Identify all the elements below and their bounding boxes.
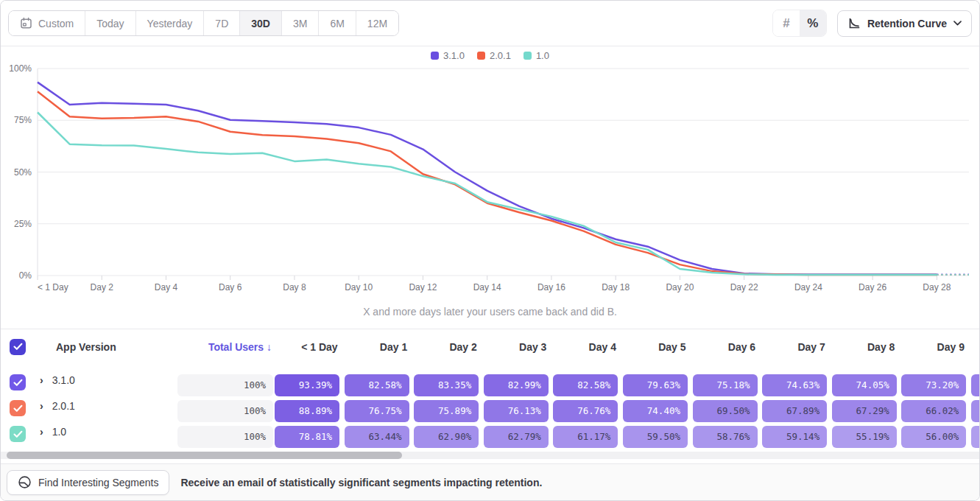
- retention-cell[interactable]: 66.02%: [901, 400, 966, 422]
- day-column-header: < 1 Day: [275, 341, 345, 353]
- horizontal-scrollbar-track[interactable]: [1, 452, 979, 459]
- retention-cell[interactable]: 71.50%: [971, 374, 980, 396]
- retention-cell-wrap: 75.18%: [693, 374, 763, 396]
- retention-cell[interactable]: 83.35%: [414, 374, 479, 396]
- range-yesterday-button[interactable]: Yesterday: [135, 11, 204, 35]
- retention-cell[interactable]: 88.89%: [275, 400, 339, 422]
- retention-cell[interactable]: 63.44%: [345, 426, 409, 448]
- retention-cell[interactable]: 82.58%: [345, 374, 409, 396]
- retention-cell[interactable]: 76.75%: [345, 400, 409, 422]
- chart-legend: 3.1.02.0.11.0: [1, 48, 979, 63]
- day-column-header: Day 8: [832, 341, 902, 353]
- legend-item-1.0[interactable]: 1.0: [524, 50, 549, 61]
- row-checkbox-cell: [1, 426, 33, 442]
- retention-cell[interactable]: 76.13%: [484, 400, 549, 422]
- range-7d-button[interactable]: 7D: [203, 11, 239, 35]
- retention-cell[interactable]: 73.20%: [901, 374, 966, 396]
- retention-cell-wrap: 67.29%: [832, 400, 902, 422]
- total-users-cell-wrap: 100%: [177, 426, 275, 448]
- range-label: 7D: [215, 18, 228, 29]
- percent-toggle[interactable]: %: [800, 10, 826, 36]
- select-all-checkbox[interactable]: [10, 339, 26, 355]
- x-axis-label: Day 16: [537, 282, 565, 292]
- legend-item-2.0.1[interactable]: 2.0.1: [477, 50, 511, 61]
- retention-cell[interactable]: 79.63%: [623, 374, 688, 396]
- x-axis-label: Day 26: [859, 282, 886, 292]
- retention-cell[interactable]: 69.50%: [693, 400, 758, 422]
- app-version-label: 3.1.0: [51, 374, 75, 386]
- legend-item-3.1.0[interactable]: 3.1.0: [431, 50, 465, 61]
- total-users-cell: 100%: [177, 426, 273, 448]
- toolbar-right: #% Retention Curve: [772, 10, 972, 37]
- x-axis-label: Day 20: [666, 282, 694, 292]
- series-line-2.0.1: [38, 91, 937, 275]
- expand-chevron-icon[interactable]: ›: [33, 426, 51, 438]
- y-axis-label: 25%: [14, 219, 32, 229]
- retention-report-card: CustomTodayYesterday7D30D3M6M12M #% Rete…: [0, 0, 980, 501]
- retention-cell[interactable]: 75.89%: [414, 400, 479, 422]
- day-column-header: Day 1: [345, 341, 415, 353]
- chart-type-dropdown[interactable]: Retention Curve: [837, 10, 972, 37]
- retention-cell-wrap: 76.75%: [345, 400, 415, 422]
- retention-cell[interactable]: 64.00%: [971, 400, 980, 422]
- retention-cell[interactable]: 61.17%: [553, 426, 618, 448]
- expand-chevron-icon[interactable]: ›: [33, 374, 51, 386]
- retention-cell[interactable]: 74.05%: [832, 374, 897, 396]
- retention-cell[interactable]: 74.40%: [623, 400, 688, 422]
- absolute-numbers-toggle[interactable]: #: [773, 10, 800, 36]
- chart-subtitle: X and more days later your users came ba…: [1, 306, 979, 318]
- range-label: Today: [96, 18, 124, 29]
- range-custom-button[interactable]: Custom: [9, 11, 85, 35]
- total-users-header[interactable]: Total Users ↓: [177, 341, 275, 353]
- retention-cell[interactable]: 62.90%: [414, 426, 479, 448]
- retention-cell[interactable]: 58.76%: [693, 426, 758, 448]
- row-checkbox-cell: [1, 374, 33, 390]
- retention-curve-icon: [847, 17, 861, 30]
- calendar-icon: [20, 17, 32, 29]
- retention-cell[interactable]: 55.19%: [832, 426, 897, 448]
- retention-cell[interactable]: 59.14%: [762, 426, 827, 448]
- retention-cell[interactable]: 93.39%: [275, 374, 339, 396]
- retention-cell-wrap: 59.14%: [762, 426, 832, 448]
- retention-cell[interactable]: 74.63%: [762, 374, 827, 396]
- retention-cell[interactable]: 82.99%: [484, 374, 549, 396]
- x-axis-label: Day 18: [602, 282, 630, 292]
- range-6m-button[interactable]: 6M: [318, 11, 355, 35]
- retention-cell[interactable]: 67.89%: [762, 400, 827, 422]
- legend-label: 2.0.1: [490, 50, 511, 61]
- table-row-3.1.0: ›3.1.0100%93.39%82.58%83.35%82.99%82.58%…: [1, 374, 979, 400]
- total-users-cell-wrap: 100%: [177, 374, 275, 396]
- retention-cell-wrap: 66.02%: [901, 400, 971, 422]
- range-3m-button[interactable]: 3M: [281, 11, 318, 35]
- row-checkbox[interactable]: [10, 374, 26, 390]
- retention-cell[interactable]: 76.76%: [553, 400, 618, 422]
- find-interesting-segments-button[interactable]: Find Interesting Segments: [7, 470, 169, 495]
- retention-cell[interactable]: 62.79%: [484, 426, 549, 448]
- series-line-3.1.0: [38, 83, 937, 275]
- app-version-header: App Version: [33, 341, 177, 353]
- retention-cell[interactable]: 78.81%: [275, 426, 339, 448]
- horizontal-scrollbar-thumb[interactable]: [7, 452, 402, 459]
- expand-chevron-icon[interactable]: ›: [33, 400, 51, 412]
- retention-cell-wrap: 58.76%: [693, 426, 763, 448]
- retention-cell[interactable]: 82.58%: [553, 374, 618, 396]
- range-12m-button[interactable]: 12M: [356, 11, 398, 35]
- row-checkbox[interactable]: [10, 400, 26, 416]
- retention-cell-wrap: 74.40%: [623, 400, 693, 422]
- retention-cell[interactable]: 59.50%: [623, 426, 688, 448]
- range-label: Yesterday: [147, 18, 193, 29]
- legend-swatch: [477, 52, 485, 60]
- app-version-label: 1.0: [51, 426, 66, 438]
- range-30d-button[interactable]: 30D: [239, 11, 281, 35]
- retention-cell[interactable]: 56.00%: [901, 426, 966, 448]
- day-column-header: Day 4: [553, 341, 623, 353]
- retention-cell[interactable]: 67.29%: [832, 400, 897, 422]
- retention-cell[interactable]: 75.18%: [693, 374, 758, 396]
- row-checkbox[interactable]: [10, 426, 26, 442]
- retention-cell-wrap: 56.00%: [901, 426, 971, 448]
- retention-cell[interactable]: 54.00%: [971, 426, 980, 448]
- retention-cell-wrap: 76.13%: [484, 400, 554, 422]
- retention-cell-wrap: 63.44%: [345, 426, 415, 448]
- retention-cell-wrap: 64.00%: [971, 400, 980, 422]
- range-today-button[interactable]: Today: [85, 11, 135, 35]
